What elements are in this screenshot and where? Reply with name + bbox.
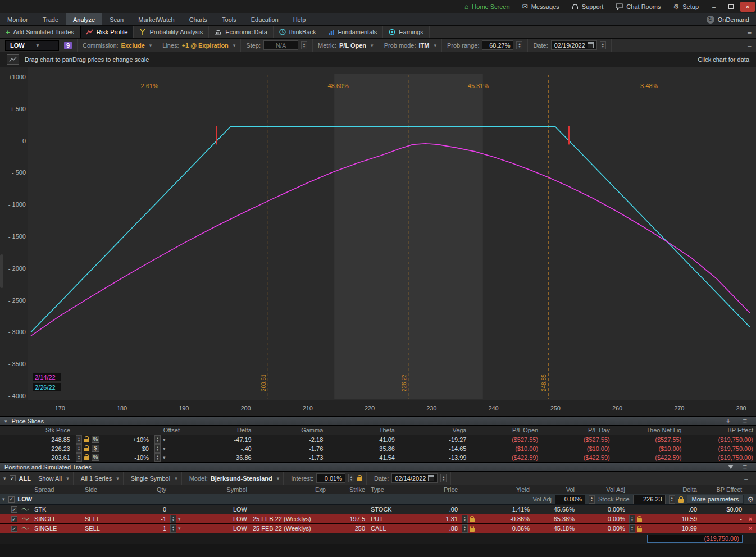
model-dropdown[interactable]: Model: Bjerksund-Stensland xyxy=(185,472,284,485)
symbol-filter-dropdown[interactable]: Single Symbol xyxy=(127,472,182,485)
group-gear-icon[interactable]: ⚙ xyxy=(747,496,754,503)
price-lock-icon[interactable] xyxy=(470,518,475,522)
economic-data-button[interactable]: Economic Data xyxy=(209,26,274,38)
group-lock-icon[interactable] xyxy=(678,499,684,503)
tab-scan[interactable]: Scan xyxy=(102,13,131,25)
offset-dropdown-icon[interactable]: ▾ xyxy=(163,455,166,460)
col-stk-price[interactable]: Stk Price xyxy=(0,427,73,433)
col-pl-day[interactable]: P/L Day xyxy=(541,427,613,433)
series-filter-dropdown[interactable]: All 1 Series xyxy=(77,472,124,485)
qty-value[interactable]: -1 xyxy=(121,525,169,532)
col-vega[interactable]: Vega xyxy=(398,427,470,433)
row-checkbox[interactable] xyxy=(11,506,17,513)
col-bp-effect[interactable]: BP Effect xyxy=(700,486,745,493)
col-symbol[interactable]: Symbol xyxy=(194,486,250,493)
unit-toggle[interactable]: % xyxy=(92,436,99,443)
vol-adj-lock-icon[interactable] xyxy=(637,518,642,522)
col-side[interactable]: Side xyxy=(82,486,121,493)
positions-date-stepper[interactable] xyxy=(440,474,447,482)
tab-analyze[interactable]: Analyze xyxy=(66,13,102,25)
remove-row-button[interactable]: × xyxy=(745,525,756,532)
risk-profile-plot[interactable]: 203.61226.23248.852.61%48.60%45.31%3.48%… xyxy=(0,67,756,416)
tab-charts[interactable]: Charts xyxy=(182,13,215,25)
add-simulated-trades-button[interactable]: + Add Simulated Trades xyxy=(0,26,80,38)
qty-value[interactable]: 0 xyxy=(121,506,169,513)
commission-dropdown[interactable]: Commission: Exclude xyxy=(78,39,157,52)
thinkback-button[interactable]: thinkBack xyxy=(274,26,322,38)
price-stepper[interactable] xyxy=(462,515,468,523)
interest-input[interactable]: 0.01% xyxy=(316,473,345,483)
group-stock-price-input[interactable]: 226.23 xyxy=(633,495,666,504)
offset-dropdown-icon[interactable]: ▾ xyxy=(163,446,166,451)
group-expander-icon[interactable]: ▾ xyxy=(2,496,5,502)
tab-marketwatch[interactable]: MarketWatch xyxy=(131,13,181,25)
col-yield[interactable]: Yield xyxy=(488,486,532,493)
unit-toggle[interactable]: % xyxy=(92,454,99,461)
more-parameters-button[interactable]: More parameters xyxy=(687,495,744,504)
vol-adj-lock-icon[interactable] xyxy=(637,528,642,532)
stk-price-value[interactable]: 226.23 xyxy=(0,445,73,452)
vol-adj-value[interactable]: 0.00% xyxy=(577,506,628,513)
exp-value[interactable]: 25 FEB 22 (Weeklys) xyxy=(250,515,329,522)
positions-header[interactable]: Positions and Simulated Trades ≡ xyxy=(0,462,756,472)
row-checkbox[interactable] xyxy=(11,526,17,532)
exp-value[interactable]: 25 FEB 22 (Weeklys) xyxy=(250,525,329,532)
offset-dropdown-icon[interactable]: ▾ xyxy=(163,437,166,442)
ondemand-button[interactable]: ↻ OnDemand xyxy=(700,13,756,25)
col-vol-adj[interactable]: Vol Adj xyxy=(577,486,628,493)
setup-button[interactable]: ⚙ Setup xyxy=(667,0,704,13)
offset-stepper[interactable] xyxy=(154,453,161,462)
stk-price-value[interactable]: 203.61 xyxy=(0,454,73,461)
type-value[interactable]: CALL xyxy=(368,525,413,532)
vol-adj-value[interactable]: 0.00% xyxy=(577,525,628,532)
vol-adj-stepper[interactable] xyxy=(629,524,635,533)
lock-icon[interactable] xyxy=(84,439,89,442)
spread-value[interactable]: STK xyxy=(31,506,82,513)
prob-mode-dropdown[interactable]: Prob mode: ITM xyxy=(379,39,442,52)
interest-lock-icon[interactable] xyxy=(357,477,362,481)
remove-row-button[interactable]: × xyxy=(745,515,756,522)
row-checkbox[interactable] xyxy=(11,516,17,522)
symbol-badge[interactable]: 9 xyxy=(64,42,72,49)
lock-icon[interactable] xyxy=(84,456,89,460)
col-theo-net-liq[interactable]: Theo Net Liq xyxy=(613,427,685,433)
tab-monitor[interactable]: Monitor xyxy=(0,13,35,25)
col-gamma[interactable]: Gamma xyxy=(254,427,326,433)
positions-date-input[interactable]: 02/14/2022 xyxy=(391,473,438,483)
offset-value[interactable]: $0 xyxy=(118,445,152,452)
side-value[interactable]: SELL xyxy=(82,515,121,522)
price-value[interactable]: 1.31 xyxy=(413,515,461,522)
date-stepper[interactable] xyxy=(600,41,606,49)
stk-price-stepper[interactable] xyxy=(76,444,82,453)
vol-adj-value[interactable]: 0.00% xyxy=(577,515,628,522)
collapse-icon[interactable]: ▾ xyxy=(4,418,7,424)
price-stepper[interactable] xyxy=(462,524,468,533)
filter-icon[interactable] xyxy=(728,465,734,469)
qty-dropdown-icon[interactable]: ▾ xyxy=(178,526,181,531)
positions-controls-menu-icon[interactable]: ≡ xyxy=(739,474,753,482)
probability-analysis-button[interactable]: Probability Analysis xyxy=(134,26,209,38)
tab-tools[interactable]: Tools xyxy=(215,13,244,25)
price-value[interactable]: .88 xyxy=(413,525,461,532)
offset-stepper[interactable] xyxy=(154,444,161,453)
col-qty[interactable]: Qty xyxy=(121,486,169,493)
analyze-wave-icon[interactable] xyxy=(21,506,29,512)
group-checkbox[interactable] xyxy=(8,496,15,503)
group-vol-adj-stepper[interactable] xyxy=(589,495,595,504)
stk-price-stepper[interactable] xyxy=(76,453,82,462)
positions-menu-icon[interactable]: ≡ xyxy=(738,463,752,471)
toolbar-menu-icon[interactable]: ≡ xyxy=(743,26,756,38)
fundamentals-button[interactable]: Fundamentals xyxy=(322,26,384,38)
restore-button[interactable] xyxy=(723,2,738,12)
risk-profile-button[interactable]: Risk Profile xyxy=(80,26,134,38)
col-delta[interactable]: Delta xyxy=(183,427,254,433)
close-button[interactable]: × xyxy=(740,2,755,12)
col-type[interactable]: Type xyxy=(368,486,413,493)
controls-menu-icon[interactable]: ≡ xyxy=(743,41,756,49)
home-screen-button[interactable]: ⌂ Home Screen xyxy=(459,0,516,13)
type-value[interactable]: PUT xyxy=(368,515,413,522)
show-all-dropdown[interactable]: Show All xyxy=(34,472,74,485)
analyze-wave-icon[interactable] xyxy=(21,526,29,531)
symbol-dropdown[interactable]: LOW xyxy=(5,40,59,51)
spread-value[interactable]: SINGLE xyxy=(31,515,82,522)
